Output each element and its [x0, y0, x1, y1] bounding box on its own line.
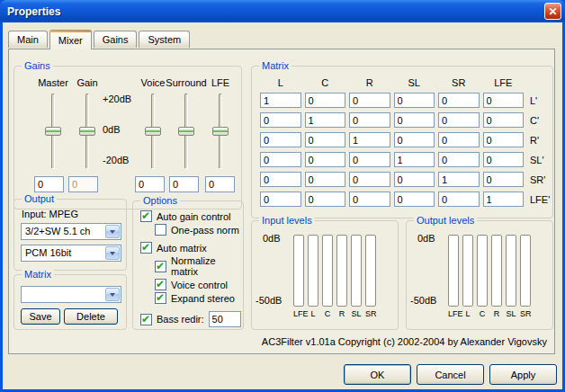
- surround-slider[interactable]: [175, 92, 197, 171]
- auto-matrix-checkbox[interactable]: [140, 242, 152, 254]
- one-pass-norm-label[interactable]: One-pass norm: [171, 225, 239, 236]
- auto-matrix-option[interactable]: Auto matrix: [140, 242, 243, 254]
- ok-button[interactable]: OK: [344, 364, 411, 385]
- matrix-cell[interactable]: [438, 93, 480, 108]
- apply-button[interactable]: Apply: [489, 364, 557, 385]
- bass-redir-checkbox[interactable]: [140, 314, 152, 325]
- voice-slider[interactable]: [142, 92, 164, 171]
- lfe-slider-thumb[interactable]: [212, 127, 229, 136]
- gain-slider[interactable]: [76, 92, 98, 171]
- bass-redir-label[interactable]: Bass redir:: [157, 314, 204, 325]
- close-icon[interactable]: ✕: [544, 3, 561, 20]
- matrix-cell[interactable]: [394, 93, 435, 108]
- gains-group: Gains Master Gain Voice Surround LFE +20…: [13, 66, 242, 209]
- gain-slider-thumb[interactable]: [79, 127, 95, 136]
- sample-format-value: PCM 16bit: [25, 247, 71, 258]
- lfe-slider[interactable]: [210, 92, 231, 171]
- matrix-cell[interactable]: [260, 172, 301, 187]
- matrix-cell[interactable]: [305, 152, 346, 167]
- matrix-row-label: C': [527, 115, 549, 126]
- matrix-col-header: SR: [438, 77, 480, 88]
- matrix-cell[interactable]: [260, 152, 301, 167]
- speaker-format-select[interactable]: 3/2+SW 5.1 ch: [21, 223, 121, 240]
- expand-stereo-option[interactable]: Expand stereo: [155, 292, 243, 304]
- master-slider-thumb[interactable]: [45, 127, 61, 136]
- matrix-cell[interactable]: [438, 112, 480, 128]
- auto-gain-control-option[interactable]: Auto gain control: [140, 210, 243, 222]
- matrix-cell[interactable]: [483, 192, 525, 207]
- normalize-matrix-label[interactable]: Normalize matrix: [171, 255, 243, 277]
- surround-gain-input[interactable]: [169, 176, 199, 192]
- voice-gain-input[interactable]: [135, 176, 165, 192]
- channel-label: LFE: [448, 309, 459, 318]
- voice-control-label[interactable]: Voice control: [171, 280, 228, 290]
- matrix-cell[interactable]: [438, 192, 480, 207]
- matrix-cell[interactable]: [305, 132, 346, 147]
- matrix-cell[interactable]: [438, 152, 480, 167]
- matrix-cell[interactable]: [260, 192, 301, 207]
- auto-matrix-label[interactable]: Auto matrix: [157, 243, 207, 254]
- matrix-cell[interactable]: [483, 112, 525, 128]
- lfe-gain-input[interactable]: [205, 176, 235, 192]
- matrix-row-label: L': [527, 95, 549, 106]
- matrix-cell[interactable]: [438, 172, 480, 187]
- bass-redir-option[interactable]: Bass redir:: [140, 311, 243, 327]
- matrix-cell[interactable]: [483, 152, 525, 167]
- matrix-cell[interactable]: [349, 172, 390, 187]
- level-meter-bar: [322, 235, 333, 307]
- auto-gain-control-label[interactable]: Auto gain control: [157, 211, 231, 222]
- matrix-cell[interactable]: [260, 112, 301, 128]
- matrix-preset-select[interactable]: [21, 286, 121, 303]
- matrix-cell[interactable]: [305, 172, 346, 187]
- matrix-cell[interactable]: [305, 192, 346, 207]
- matrix-cell[interactable]: [260, 93, 301, 108]
- tab-system[interactable]: System: [139, 31, 190, 48]
- delete-button[interactable]: Delete: [64, 308, 118, 325]
- one-pass-norm-checkbox[interactable]: [155, 224, 166, 236]
- matrix-cell[interactable]: [349, 112, 390, 128]
- tab-gains[interactable]: Gains: [94, 31, 138, 48]
- level-meter-bar: [448, 235, 459, 307]
- matrix-cell[interactable]: [483, 132, 525, 147]
- normalize-matrix-checkbox[interactable]: [155, 261, 166, 272]
- matrix-cell[interactable]: [305, 93, 346, 108]
- normalize-matrix-option[interactable]: Normalize matrix: [155, 255, 243, 277]
- matrix-preset-group: Matrix Save Delete: [13, 274, 127, 330]
- one-pass-norm-option[interactable]: One-pass norm: [155, 224, 243, 236]
- expand-stereo-checkbox[interactable]: [155, 292, 166, 304]
- chevron-down-icon[interactable]: [105, 246, 120, 260]
- matrix-cell[interactable]: [394, 112, 435, 128]
- chevron-down-icon[interactable]: [105, 225, 120, 238]
- matrix-cell[interactable]: [483, 172, 525, 187]
- sample-format-select[interactable]: PCM 16bit: [21, 245, 121, 262]
- master-slider[interactable]: [42, 92, 64, 171]
- matrix-cell[interactable]: [349, 132, 390, 147]
- matrix-cell[interactable]: [394, 172, 435, 187]
- matrix-cell[interactable]: [260, 132, 301, 147]
- title-bar[interactable]: Properties ✕: [0, 0, 565, 22]
- expand-stereo-label[interactable]: Expand stereo: [171, 293, 235, 304]
- voice-slider-thumb[interactable]: [145, 127, 161, 136]
- matrix-cell[interactable]: [394, 132, 435, 147]
- gain-value-input: [68, 176, 98, 192]
- matrix-cell[interactable]: [349, 152, 390, 167]
- voice-control-option[interactable]: Voice control: [155, 279, 243, 290]
- voice-control-checkbox[interactable]: [155, 279, 166, 290]
- bass-redir-freq-input[interactable]: [209, 311, 241, 327]
- master-gain-input[interactable]: [34, 176, 64, 192]
- tab-main[interactable]: Main: [8, 31, 48, 48]
- matrix-cell[interactable]: [438, 132, 480, 147]
- chevron-down-icon[interactable]: [105, 288, 120, 301]
- level-meter-bar: [293, 235, 304, 307]
- tab-mixer[interactable]: Mixer: [49, 30, 92, 49]
- matrix-cell[interactable]: [483, 93, 525, 108]
- matrix-cell[interactable]: [394, 152, 435, 167]
- save-button[interactable]: Save: [21, 308, 60, 325]
- surround-slider-thumb[interactable]: [178, 127, 194, 136]
- matrix-cell[interactable]: [349, 93, 390, 108]
- cancel-button[interactable]: Cancel: [417, 364, 484, 385]
- matrix-cell[interactable]: [394, 192, 435, 207]
- matrix-cell[interactable]: [349, 192, 390, 207]
- matrix-cell[interactable]: [305, 112, 346, 128]
- auto-gain-control-checkbox[interactable]: [140, 210, 152, 222]
